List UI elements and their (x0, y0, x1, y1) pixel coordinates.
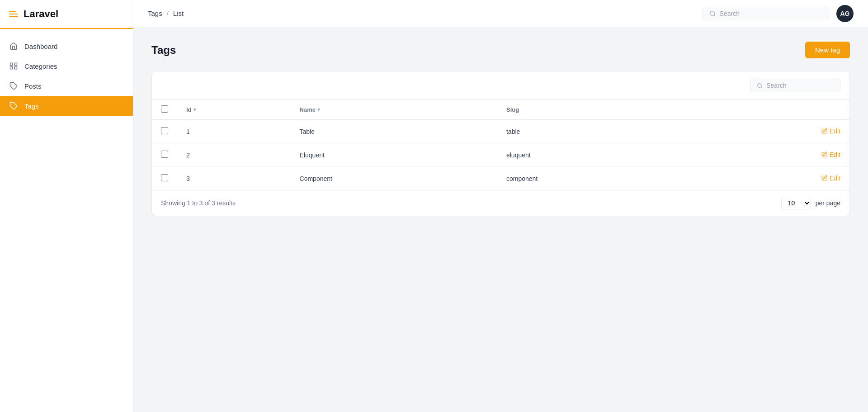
row-actions: Edit (698, 120, 849, 143)
sort-icon-id: ▾ (193, 107, 196, 113)
row-name: Component (291, 167, 497, 190)
tags-table-card: Id ▾ Name ▾ Slug (151, 71, 850, 216)
page-content: Tags New tag (133, 27, 868, 412)
edit-button[interactable]: Edit (821, 151, 840, 158)
svg-rect-3 (14, 67, 17, 69)
search-icon (709, 10, 716, 17)
table-row: 1 Table table Edit (152, 120, 849, 143)
th-slug: Slug (497, 100, 698, 120)
page-header: Tags New tag (151, 42, 850, 58)
table-search-bar (152, 71, 849, 100)
row-slug: table (497, 120, 698, 143)
sidebar-item-label: Dashboard (24, 43, 57, 50)
new-tag-button[interactable]: New tag (805, 42, 850, 58)
breadcrumb: Tags / List (148, 9, 184, 17)
table-search-icon (757, 82, 763, 89)
menu-toggle-button[interactable] (9, 11, 18, 17)
row-checkbox[interactable] (161, 127, 168, 134)
sidebar-item-categories[interactable]: Categories (0, 56, 133, 76)
home-icon (9, 42, 18, 51)
per-page-select: 102550100 per page (781, 197, 840, 209)
main-content: Tags / List AG Tags New tag (133, 0, 868, 412)
select-all-header (152, 100, 177, 120)
svg-rect-1 (14, 63, 17, 65)
row-slug: eluquent (497, 143, 698, 167)
sidebar-item-tags[interactable]: Tags (0, 96, 133, 116)
per-page-label: per page (816, 199, 840, 207)
showing-text: Showing 1 to 3 of 3 results (161, 199, 236, 207)
edit-icon (821, 175, 827, 181)
sidebar-item-posts[interactable]: Posts (0, 76, 133, 96)
table-search[interactable] (750, 79, 840, 92)
sidebar-item-label: Tags (24, 102, 39, 110)
topbar-search[interactable] (703, 7, 829, 20)
edit-icon (821, 128, 827, 134)
table-row: 2 Eluquent eluquent Edit (152, 143, 849, 167)
tags-icon (9, 101, 18, 110)
breadcrumb-root: Tags (148, 9, 162, 17)
row-id: 2 (177, 143, 291, 167)
row-id: 1 (177, 120, 291, 143)
table-search-input[interactable] (766, 82, 834, 89)
app-logo: Laravel (24, 8, 58, 20)
page-title: Tags (151, 44, 176, 57)
row-actions: Edit (698, 167, 849, 190)
svg-rect-2 (10, 67, 13, 69)
posts-icon (9, 81, 18, 90)
row-checkbox[interactable] (161, 151, 168, 158)
table-footer: Showing 1 to 3 of 3 results 102550100 pe… (152, 190, 849, 216)
categories-icon (9, 62, 18, 71)
svg-line-7 (761, 87, 762, 88)
table-row: 3 Component component Edit (152, 167, 849, 190)
sidebar-header: Laravel (0, 0, 133, 29)
topbar-search-input[interactable] (720, 10, 822, 17)
svg-rect-0 (10, 63, 13, 65)
breadcrumb-separator: / (167, 9, 169, 17)
tags-table: Id ▾ Name ▾ Slug (152, 100, 849, 190)
th-name[interactable]: Name ▾ (291, 100, 497, 120)
row-slug: component (497, 167, 698, 190)
sidebar-item-label: Posts (24, 82, 42, 90)
topbar: Tags / List AG (133, 0, 868, 27)
sidebar-item-dashboard[interactable]: Dashboard (0, 36, 133, 56)
row-checkbox-cell (152, 167, 177, 190)
th-id[interactable]: Id ▾ (177, 100, 291, 120)
row-checkbox-cell (152, 143, 177, 167)
sidebar: Laravel Dashboard Categories (0, 0, 133, 412)
edit-button[interactable]: Edit (821, 175, 840, 182)
th-actions (698, 100, 849, 120)
svg-line-5 (714, 14, 715, 16)
topbar-right: AG (703, 5, 854, 22)
row-id: 3 (177, 167, 291, 190)
sidebar-item-label: Categories (24, 62, 57, 70)
row-checkbox-cell (152, 120, 177, 143)
edit-button[interactable]: Edit (821, 128, 840, 135)
row-actions: Edit (698, 143, 849, 167)
sort-icon-name: ▾ (317, 107, 320, 113)
row-name: Eluquent (291, 143, 497, 167)
breadcrumb-current: List (173, 9, 184, 17)
sidebar-nav: Dashboard Categories Posts (0, 29, 133, 412)
select-all-checkbox[interactable] (161, 105, 168, 113)
row-checkbox[interactable] (161, 174, 168, 181)
row-name: Table (291, 120, 497, 143)
per-page-dropdown[interactable]: 102550100 (781, 197, 811, 209)
edit-icon (821, 152, 827, 157)
avatar[interactable]: AG (836, 5, 854, 22)
